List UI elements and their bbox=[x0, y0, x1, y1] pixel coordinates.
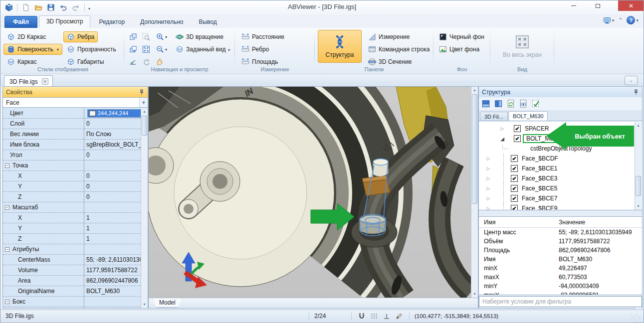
tree-item-label[interactable]: Face_$BCDF bbox=[522, 155, 558, 162]
menu-tab-файл[interactable]: Файл bbox=[4, 16, 37, 28]
pin-icon[interactable] bbox=[139, 89, 145, 95]
ortho-icon[interactable] bbox=[383, 312, 391, 320]
dropdown-arrow-icon[interactable]: ▾ bbox=[57, 47, 59, 52]
previous-view-button[interactable] bbox=[140, 56, 152, 67]
property-row[interactable]: OriginalNameBOLT_M630 bbox=[3, 286, 141, 297]
maximize-button[interactable] bbox=[590, 0, 606, 11]
fullscreen-button[interactable]: Во весь экран bbox=[500, 30, 544, 63]
property-row[interactable]: −Атрибуты bbox=[3, 244, 141, 255]
tree-item[interactable]: ▷✔Face_$BCE7 bbox=[479, 193, 642, 203]
scroll-up-icon[interactable]: ▲ bbox=[471, 87, 478, 94]
property-row[interactable]: Area862,096902447806 bbox=[3, 276, 141, 286]
checkbox[interactable]: ✔ bbox=[511, 195, 518, 202]
tab-list-chevron-button[interactable]: ⌄ bbox=[625, 76, 638, 85]
expander-icon[interactable]: ▷ bbox=[485, 156, 492, 161]
info-row[interactable]: Площадь862,096902447806 bbox=[479, 246, 642, 255]
menu-tab-дополнительно[interactable]: Дополнительно bbox=[133, 16, 190, 28]
info-row[interactable]: Объём1177,95917588722 bbox=[479, 237, 642, 246]
tree-item-label[interactable]: Face_$BCE9 bbox=[522, 205, 557, 210]
zoom-window-button[interactable] bbox=[140, 31, 152, 42]
pin-icon[interactable] bbox=[633, 89, 639, 95]
property-row[interactable]: Z0 bbox=[3, 192, 141, 202]
screen-mode-button[interactable]: ▾ bbox=[603, 16, 615, 24]
property-row[interactable]: Угол0 bbox=[3, 150, 141, 161]
tree-item[interactable]: ▷✔Face_$BCE9 bbox=[479, 203, 642, 210]
expander-icon[interactable]: ▷ bbox=[485, 176, 492, 181]
expander-icon[interactable]: ◢ bbox=[499, 136, 506, 142]
draw-mode-icon[interactable] bbox=[395, 312, 403, 320]
surface-button[interactable]: Поверхность▾ bbox=[3, 44, 62, 55]
edge-button[interactable]: Ребро bbox=[238, 44, 272, 55]
collapse-group-icon[interactable]: − bbox=[5, 205, 9, 210]
structure-tab-bolt_m630[interactable]: BOLT_M630 bbox=[508, 111, 548, 121]
info-row[interactable]: Центр масс55; -89; 2,61103013035949 bbox=[479, 228, 642, 237]
properties-scrollbar[interactable]: ▲ ▼ bbox=[141, 108, 148, 308]
scroll-up-icon[interactable]: ▲ bbox=[635, 122, 642, 129]
checkbox[interactable]: ✔ bbox=[511, 205, 518, 210]
expander-icon[interactable]: ▷ bbox=[485, 206, 492, 210]
background-color-button[interactable]: Цвет фона bbox=[435, 44, 483, 55]
tree-item[interactable]: ▷✔Face_$BCE5 bbox=[479, 183, 642, 193]
wireframe-button[interactable]: Каркас bbox=[3, 56, 40, 67]
checkbox[interactable]: ✔ bbox=[511, 175, 518, 182]
checkbox[interactable]: ✔ bbox=[514, 125, 521, 132]
2d-wireframe-button[interactable]: 2D Каркас bbox=[3, 31, 49, 42]
tree-item-label[interactable]: Face_$BCE5 bbox=[522, 185, 557, 192]
property-row[interactable]: Volume1177,95917588722 bbox=[3, 265, 141, 276]
area-button[interactable]: Площадь bbox=[238, 56, 281, 67]
resize-grip[interactable]: ⋱⋱ bbox=[631, 314, 642, 319]
tree-item-label[interactable]: Face_$BCE3 bbox=[522, 175, 557, 182]
3d-rotation-button[interactable]: 3D вращение bbox=[172, 31, 227, 42]
viewport-scrollbar[interactable]: ▲ ▼ bbox=[471, 87, 478, 298]
document-tab[interactable]: 3D File.igs ✕ bbox=[4, 75, 53, 86]
paste-view-button[interactable] bbox=[127, 44, 139, 55]
copy-view-button[interactable] bbox=[127, 31, 139, 42]
3d-section-button[interactable]: 3D Сечение bbox=[365, 56, 416, 67]
expander-icon[interactable]: ▷ bbox=[485, 166, 492, 171]
menu-tab-вывод[interactable]: Вывод bbox=[192, 16, 223, 28]
filter-input[interactable] bbox=[479, 296, 642, 307]
split-vertical-icon[interactable] bbox=[494, 99, 503, 108]
command-line-button[interactable]: Командная строка bbox=[365, 44, 433, 55]
property-row[interactable]: Цвет244,244,244▼ bbox=[3, 108, 141, 119]
collapse-ribbon-icon[interactable]: ⌃ bbox=[618, 17, 623, 23]
tree-item-label[interactable]: Face_$BCE7 bbox=[522, 195, 557, 202]
entity-type-select[interactable]: Face ▼ bbox=[3, 97, 148, 108]
info-row[interactable]: maxY-83,999996591 bbox=[479, 291, 642, 295]
menu-tab-редактор[interactable]: Редактор bbox=[92, 16, 132, 28]
collapse-group-icon[interactable]: − bbox=[5, 247, 9, 252]
property-row[interactable]: Y0 bbox=[3, 181, 141, 192]
scroll-up-icon[interactable]: ▲ bbox=[141, 108, 148, 115]
info-row[interactable]: ИмяBOLT_M630 bbox=[479, 255, 642, 264]
tree-item-label[interactable]: Face_$BCE1 bbox=[522, 165, 557, 172]
info-row[interactable]: maxX60,773503 bbox=[479, 273, 642, 282]
edges-button[interactable]: Ребра bbox=[63, 31, 98, 42]
info-row[interactable]: minY-94,000003409 bbox=[479, 282, 642, 291]
close-button[interactable]: ✕ bbox=[618, 0, 644, 11]
distance-button[interactable]: Расстояние bbox=[238, 31, 288, 42]
scroll-down-icon[interactable]: ▼ bbox=[141, 301, 148, 308]
property-row[interactable]: Y1 bbox=[3, 223, 141, 234]
snap-magnet-icon[interactable] bbox=[358, 312, 366, 320]
property-row[interactable]: X0 bbox=[3, 171, 141, 181]
info-row[interactable]: minX49,226497 bbox=[479, 264, 642, 273]
property-row[interactable]: Z1 bbox=[3, 234, 141, 244]
transparency-button[interactable]: Прозрачность bbox=[63, 44, 120, 55]
structure-tab-3d fil...[interactable]: 3D Fil... bbox=[480, 112, 508, 121]
property-row[interactable]: X1 bbox=[3, 213, 141, 223]
checkbox[interactable]: ✔ bbox=[511, 155, 518, 162]
tree-item[interactable]: ▷✔Face_$BCE1 bbox=[479, 163, 642, 173]
preset-view-button[interactable]: Заданный вид bbox=[172, 44, 229, 55]
scroll-down-icon[interactable]: ▼ bbox=[471, 291, 478, 298]
fit-to-screen-button[interactable] bbox=[140, 44, 152, 55]
refresh-icon[interactable] bbox=[506, 99, 515, 108]
black-background-button[interactable]: Черный фон bbox=[435, 31, 488, 42]
viewport-3d[interactable]: IN bbox=[148, 86, 478, 309]
rotate-angle-button[interactable] bbox=[127, 56, 139, 67]
collapse-group-icon[interactable]: − bbox=[5, 300, 9, 304]
property-row[interactable]: CenterMass55; -89; 2,61103013035949 bbox=[3, 255, 141, 265]
zoom-out-button[interactable]: ▾ bbox=[153, 44, 170, 55]
split-horizontal-icon[interactable] bbox=[481, 99, 490, 108]
help-button[interactable]: ? ▾ bbox=[627, 16, 639, 24]
tree-item[interactable]: ▷✔Face_$BCE3 bbox=[479, 173, 642, 183]
